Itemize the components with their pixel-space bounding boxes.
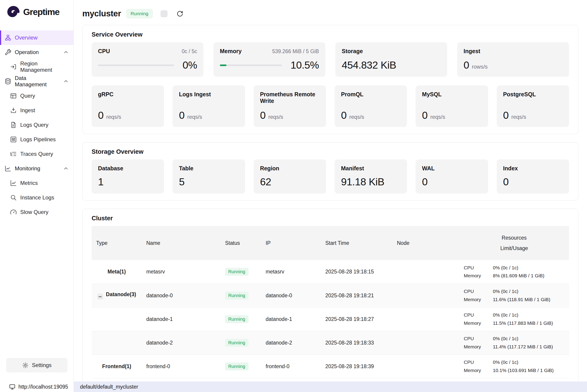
sidebar-item-query[interactable]: Query xyxy=(0,88,73,103)
cpu-usage: 0% (0c / 1c) xyxy=(493,335,564,342)
cpu-metric-card: CPU 0c / 5c 0% xyxy=(92,42,203,77)
metric-label: Table xyxy=(179,165,238,172)
ip-cell: metasrv xyxy=(261,260,321,284)
metric-label: WAL xyxy=(422,165,481,172)
main-content: mycluster Running Service Overview CPU 0… xyxy=(74,0,587,382)
sidebar-section-label: Monitoring xyxy=(15,165,40,172)
sidebar-item-ingest[interactable]: Ingest xyxy=(0,103,73,118)
memory-metric-card: Memory 539.266 MiB / 5 GiB 10.5% xyxy=(213,42,325,77)
sidebar-section-data-management[interactable]: Data Management xyxy=(0,74,73,88)
ip-cell: datanode-1 xyxy=(261,307,321,331)
storage-value: 454.832 KiB xyxy=(342,59,396,71)
sidebar-item-instance-logs[interactable]: Instance Logs xyxy=(0,190,73,205)
memory-usage: 11.4% (117.172 MiB / 1 GiB) xyxy=(493,344,564,350)
card-title: Service Overview xyxy=(92,31,569,38)
metric-label: MySQL xyxy=(422,91,481,98)
sidebar-item-label: Query xyxy=(20,93,35,99)
cpu-label: CPU xyxy=(464,359,493,366)
sidebar-item-label: Overview xyxy=(15,34,38,41)
cpu-progress-bar xyxy=(98,64,174,66)
connection-info: http://localhost:19095 xyxy=(0,382,74,392)
metric-unit: reqs/s xyxy=(268,114,283,120)
resources-cell: CPU0% (0c / 1c) Memory11.4% (117.172 MiB… xyxy=(459,331,569,354)
sidebar-section-monitoring[interactable]: Monitoring xyxy=(0,161,73,176)
statusbar: http://localhost:19095 default/default_m… xyxy=(0,382,587,392)
stop-button[interactable] xyxy=(159,8,169,19)
greptime-logo[interactable]: Greptime xyxy=(0,0,73,24)
sidebar-item-traces-query[interactable]: Traces Query xyxy=(0,147,73,161)
database-stat-card: Database 1 xyxy=(92,160,164,194)
type-cell: Meta(1) xyxy=(92,260,142,284)
sidebar-item-label: Logs Query xyxy=(20,122,49,128)
metric-label: Database xyxy=(98,165,158,172)
metric-value: 0 xyxy=(503,176,563,188)
cpu-usage: 0% (0c / 1c) xyxy=(493,288,564,295)
table-header-row: Type Name Status IP Start Time Node Reso… xyxy=(92,226,569,260)
metric-label: Storage xyxy=(342,48,363,54)
status-badge: Running xyxy=(225,315,248,323)
sidebar-item-logs-query[interactable]: Logs Query xyxy=(0,118,73,132)
metric-unit: reqs/s xyxy=(430,114,445,120)
service-metrics-row: CPU 0c / 5c 0% Memory 539.266 MiB / 5 Gi… xyxy=(92,42,569,77)
gear-icon xyxy=(22,362,29,368)
node-cell xyxy=(392,307,459,331)
memory-usage: 8% (81.609 MiB / 1 GiB) xyxy=(493,272,564,279)
metric-unit: reqs/s xyxy=(511,114,526,120)
table-row-frontend-0: Frontend(1) frontend-0 Running frontend-… xyxy=(92,354,569,378)
metric-value: 0 xyxy=(422,110,428,121)
connection-url: http://localhost:19095 xyxy=(19,384,68,390)
name-cell: frontend-0 xyxy=(142,354,221,378)
sidebar-item-region-management[interactable]: Region Management xyxy=(0,60,73,74)
ingest-metric-card: Ingest 0rows/s xyxy=(457,42,569,77)
chevron-up-icon xyxy=(63,166,69,172)
metrics-line-chart-icon xyxy=(10,180,17,186)
sidebar-item-slow-query[interactable]: Slow Query xyxy=(0,205,73,220)
card-title: Storage Overview xyxy=(92,148,569,155)
sidebar-item-metrics[interactable]: Metrics xyxy=(0,176,73,190)
type-label: Datanode(3) xyxy=(106,292,136,297)
sidebar-item-overview[interactable]: Overview xyxy=(0,30,73,45)
prometheus-remote-write-card: Prometheus Remote Write 0reqs/s xyxy=(254,86,326,127)
refresh-button[interactable] xyxy=(175,8,185,19)
settings-button[interactable]: Settings xyxy=(6,358,68,372)
storage-metric-card: Storage 454.832 KiB xyxy=(335,42,447,77)
metric-value: 0 xyxy=(503,110,509,121)
node-cell xyxy=(392,331,459,354)
type-cell: Frontend(1) xyxy=(92,354,142,378)
limit-usage-header-label: Limit/Usage xyxy=(464,245,564,252)
sidebar-item-logs-pipelines[interactable]: Logs Pipelines xyxy=(0,132,73,147)
postgresql-card: PostgreSQL 0reqs/s xyxy=(497,86,569,127)
sidebar-item-label: Region Management xyxy=(20,60,69,73)
metric-label: Manifest xyxy=(341,165,401,172)
start-time-cell: 2025-08-28 19:18:15 xyxy=(321,260,392,284)
metric-label: Region xyxy=(260,165,320,172)
metric-limit: 0c / 5c xyxy=(182,48,197,54)
mysql-card: MySQL 0reqs/s xyxy=(416,86,488,127)
metric-value: 0 xyxy=(422,176,481,188)
cpu-label: CPU xyxy=(464,264,493,271)
column-header-resources: Resources Limit/Usage xyxy=(459,226,569,260)
memory-usage: 11.6% (118.91 MiB / 1 GiB) xyxy=(493,296,564,303)
status-badge: Running xyxy=(225,339,248,347)
name-cell: datanode-1 xyxy=(142,307,221,331)
database-context: default/default_mycluster xyxy=(74,382,587,392)
logs-query-icon xyxy=(10,122,17,128)
sidebar-section-operation[interactable]: Operation xyxy=(0,45,73,60)
column-header-type: Type xyxy=(92,226,142,260)
promql-card: PromQL 0reqs/s xyxy=(335,86,407,127)
collapse-toggle[interactable] xyxy=(97,294,103,300)
memory-label: Memory xyxy=(464,296,493,303)
ingest-icon xyxy=(10,107,17,114)
search-icon xyxy=(10,194,17,201)
metric-value: 1 xyxy=(98,176,158,188)
column-header-ip: IP xyxy=(261,226,321,260)
ip-cell: datanode-0 xyxy=(261,284,321,307)
cpu-usage: 0% (0c / 1c) xyxy=(493,264,564,271)
settings-label: Settings xyxy=(32,362,52,368)
memory-progress-bar xyxy=(220,64,282,66)
start-time-cell: 2025-08-28 19:18:27 xyxy=(321,307,392,331)
metric-unit: reqs/s xyxy=(350,114,364,120)
logs-ingest-card: Logs Ingest 0reqs/s xyxy=(173,86,245,127)
status-badge: Running xyxy=(225,292,248,300)
monitor-icon xyxy=(9,384,16,390)
